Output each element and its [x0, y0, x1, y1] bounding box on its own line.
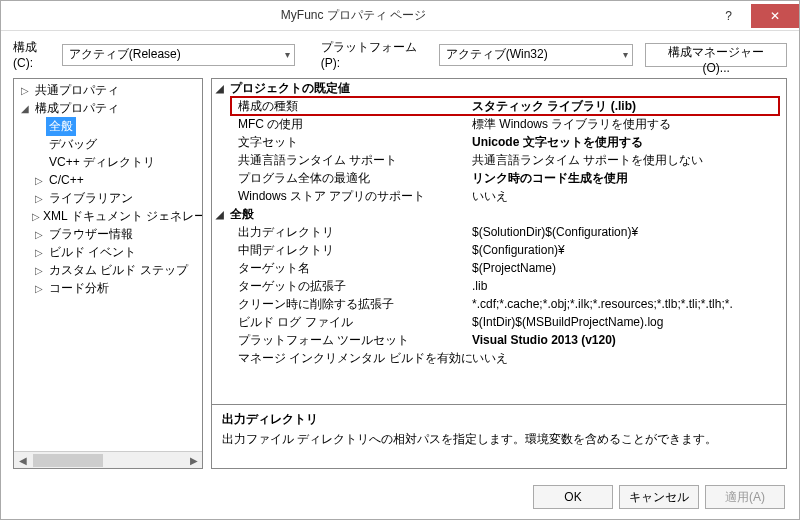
property-row[interactable]: マネージ インクリメンタル ビルドを有効にするいいえ	[212, 349, 786, 367]
tree-expander-icon[interactable]: ▷	[32, 211, 40, 222]
property-name: 中間ディレクトリ	[212, 242, 472, 259]
property-value[interactable]: Unicode 文字セットを使用する	[472, 134, 786, 151]
property-value[interactable]: $(Configuration)¥	[472, 243, 786, 257]
property-value[interactable]: いいえ	[472, 350, 786, 367]
tree-item[interactable]: ▷C/C++	[14, 171, 202, 189]
property-value[interactable]: 標準 Windows ライブラリを使用する	[472, 116, 786, 133]
scroll-left-icon[interactable]: ◀	[14, 455, 31, 466]
tree-item[interactable]: VC++ ディレクトリ	[14, 153, 202, 171]
tree-item-label: 構成プロパティ	[32, 99, 122, 118]
collapse-icon: ◢	[216, 83, 230, 94]
tree-expander-icon[interactable]: ▷	[32, 247, 46, 258]
cancel-button[interactable]: キャンセル	[619, 485, 699, 509]
property-row[interactable]: MFC の使用標準 Windows ライブラリを使用する	[212, 115, 786, 133]
titlebar: MyFunc プロパティ ページ ? ✕	[1, 1, 799, 31]
close-icon: ✕	[770, 9, 780, 23]
description-text: 出力ファイル ディレクトリへの相対パスを指定します。環境変数を含めることができま…	[222, 431, 776, 448]
property-name: プログラム全体の最適化	[212, 170, 472, 187]
property-name: マネージ インクリメンタル ビルドを有効にする	[212, 350, 472, 367]
property-row[interactable]: ターゲット名$(ProjectName)	[212, 259, 786, 277]
property-name: 文字セット	[212, 134, 472, 151]
platform-label: プラットフォーム(P):	[321, 39, 433, 70]
tree-item[interactable]: ◢構成プロパティ	[14, 99, 202, 117]
property-pages-window: MyFunc プロパティ ページ ? ✕ 構成(C): アクティブ(Releas…	[0, 0, 800, 520]
tree-item[interactable]: ▷ライブラリアン	[14, 189, 202, 207]
property-row[interactable]: 構成の種類スタティック ライブラリ (.lib)	[212, 97, 786, 115]
tree-expander-icon[interactable]: ▷	[18, 85, 32, 96]
property-row[interactable]: クリーン時に削除する拡張子*.cdf;*.cache;*.obj;*.ilk;*…	[212, 295, 786, 313]
tree-item[interactable]: ▷コード分析	[14, 279, 202, 297]
property-row[interactable]: プログラム全体の最適化リンク時のコード生成を使用	[212, 169, 786, 187]
property-row[interactable]: ビルド ログ ファイル$(IntDir)$(MSBuildProjectName…	[212, 313, 786, 331]
property-value[interactable]: .lib	[472, 279, 786, 293]
property-value[interactable]: いいえ	[472, 188, 786, 205]
property-row[interactable]: ターゲットの拡張子.lib	[212, 277, 786, 295]
config-bar: 構成(C): アクティブ(Release) ▾ プラットフォーム(P): アクテ…	[1, 31, 799, 78]
tree-item-label: ビルド イベント	[46, 243, 139, 262]
chevron-down-icon: ▾	[285, 49, 290, 60]
property-value[interactable]: 共通言語ランタイム サポートを使用しない	[472, 152, 786, 169]
tree-item-label: VC++ ディレクトリ	[46, 153, 158, 172]
apply-button[interactable]: 適用(A)	[705, 485, 785, 509]
property-row[interactable]: 中間ディレクトリ$(Configuration)¥	[212, 241, 786, 259]
property-grid[interactable]: ◢プロジェクトの既定値構成の種類スタティック ライブラリ (.lib)MFC の…	[212, 79, 786, 404]
property-group-label: プロジェクトの既定値	[230, 80, 350, 97]
property-value[interactable]: スタティック ライブラリ (.lib)	[472, 98, 786, 115]
tree-expander-icon[interactable]: ◢	[18, 103, 32, 114]
window-buttons: ? ✕	[706, 4, 799, 28]
tree-item-label: カスタム ビルド ステップ	[46, 261, 191, 280]
property-row[interactable]: プラットフォーム ツールセットVisual Studio 2013 (v120)	[212, 331, 786, 349]
property-value[interactable]: リンク時のコード生成を使用	[472, 170, 786, 187]
tree-expander-icon[interactable]: ▷	[32, 175, 46, 186]
configuration-value: アクティブ(Release)	[69, 46, 181, 63]
property-row[interactable]: Windows ストア アプリのサポートいいえ	[212, 187, 786, 205]
tree-item[interactable]: ▷ブラウザー情報	[14, 225, 202, 243]
property-name: 構成の種類	[212, 98, 472, 115]
property-value[interactable]: $(SolutionDir)$(Configuration)¥	[472, 225, 786, 239]
platform-dropdown[interactable]: アクティブ(Win32) ▾	[439, 44, 634, 66]
help-button[interactable]: ?	[706, 4, 751, 28]
tree[interactable]: ▷共通プロパティ◢構成プロパティ全般デバッグVC++ ディレクトリ▷C/C++▷…	[14, 79, 202, 451]
description-pane: 出力ディレクトリ 出力ファイル ディレクトリへの相対パスを指定します。環境変数を…	[212, 404, 786, 468]
configuration-dropdown[interactable]: アクティブ(Release) ▾	[62, 44, 295, 66]
tree-item-selected[interactable]: 全般	[14, 117, 202, 135]
tree-item[interactable]: ▷カスタム ビルド ステップ	[14, 261, 202, 279]
collapse-icon: ◢	[216, 209, 230, 220]
property-group-header[interactable]: ◢全般	[212, 205, 786, 223]
tree-item-label: コード分析	[46, 279, 112, 298]
property-name: ビルド ログ ファイル	[212, 314, 472, 331]
property-group-label: 全般	[230, 206, 254, 223]
property-value[interactable]: Visual Studio 2013 (v120)	[472, 333, 786, 347]
close-button[interactable]: ✕	[751, 4, 799, 28]
property-row[interactable]: 出力ディレクトリ$(SolutionDir)$(Configuration)¥	[212, 223, 786, 241]
property-name: 共通言語ランタイム サポート	[212, 152, 472, 169]
body: ▷共通プロパティ◢構成プロパティ全般デバッグVC++ ディレクトリ▷C/C++▷…	[1, 78, 799, 477]
property-name: 出力ディレクトリ	[212, 224, 472, 241]
chevron-down-icon: ▾	[623, 49, 628, 60]
tree-item-label: ブラウザー情報	[46, 225, 136, 244]
tree-expander-icon[interactable]: ▷	[32, 283, 46, 294]
tree-horizontal-scrollbar[interactable]: ◀ ▶	[14, 451, 202, 468]
property-value[interactable]: $(IntDir)$(MSBuildProjectName).log	[472, 315, 786, 329]
property-value[interactable]: $(ProjectName)	[472, 261, 786, 275]
tree-expander-icon[interactable]: ▷	[32, 229, 46, 240]
configuration-manager-button[interactable]: 構成マネージャー(O)...	[645, 43, 787, 67]
property-group-header[interactable]: ◢プロジェクトの既定値	[212, 79, 786, 97]
tree-item[interactable]: ▷ビルド イベント	[14, 243, 202, 261]
dialog-buttons: OK キャンセル 適用(A)	[1, 477, 799, 519]
tree-item[interactable]: ▷XML ドキュメント ジェネレーター	[14, 207, 202, 225]
property-row[interactable]: 文字セットUnicode 文字セットを使用する	[212, 133, 786, 151]
scrollbar-thumb[interactable]	[33, 454, 103, 467]
property-row[interactable]: 共通言語ランタイム サポート共通言語ランタイム サポートを使用しない	[212, 151, 786, 169]
platform-value: アクティブ(Win32)	[446, 46, 548, 63]
property-value[interactable]: *.cdf;*.cache;*.obj;*.ilk;*.resources;*.…	[472, 297, 786, 311]
tree-item-label: デバッグ	[46, 135, 100, 154]
tree-item[interactable]: デバッグ	[14, 135, 202, 153]
scroll-right-icon[interactable]: ▶	[185, 455, 202, 466]
ok-button[interactable]: OK	[533, 485, 613, 509]
property-name: Windows ストア アプリのサポート	[212, 188, 472, 205]
tree-expander-icon[interactable]: ▷	[32, 265, 46, 276]
tree-expander-icon[interactable]: ▷	[32, 193, 46, 204]
tree-item-label: XML ドキュメント ジェネレーター	[40, 207, 202, 226]
tree-item[interactable]: ▷共通プロパティ	[14, 81, 202, 99]
